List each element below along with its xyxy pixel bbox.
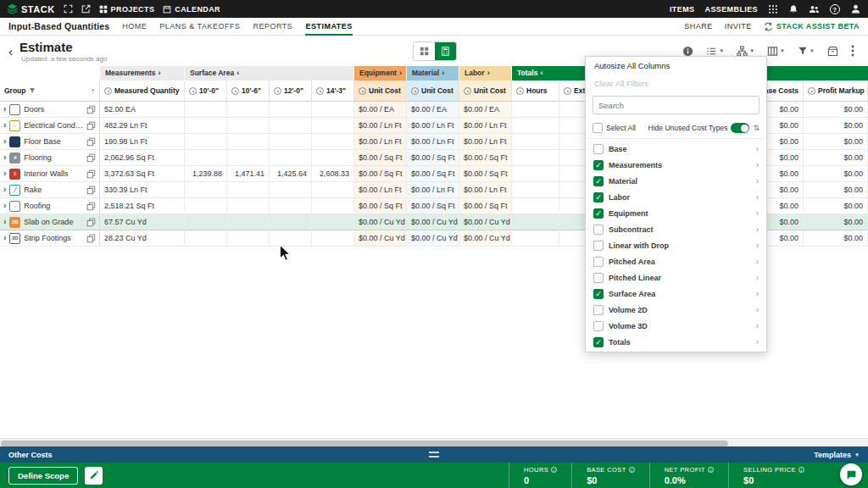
profit-markup-cell[interactable]: $0.00 xyxy=(804,102,868,118)
surface-area-cell[interactable] xyxy=(185,150,227,166)
expand-row-icon[interactable]: › xyxy=(3,202,6,210)
expand-row-icon[interactable]: › xyxy=(3,105,6,114)
group-cell[interactable]: ›≡Interior Walls xyxy=(0,166,100,182)
edit-pencil-button[interactable] xyxy=(85,467,103,485)
archive-box-button[interactable] xyxy=(827,46,838,57)
column-header-material-unit-cost[interactable]: Unit Cost xyxy=(407,80,459,102)
material-unit-cost-cell[interactable]: $0.00 / Ln Ft xyxy=(407,182,459,198)
hours-cell[interactable] xyxy=(512,230,559,247)
resize-handle-icon[interactable] xyxy=(429,452,439,458)
select-all-checkbox[interactable] xyxy=(593,123,603,133)
material-unit-cost-cell[interactable]: $0.00 / Cu Yd xyxy=(407,214,459,230)
info-icon[interactable]: i xyxy=(708,467,714,473)
columns-menu-item[interactable]: ✓Equipment› xyxy=(586,205,766,221)
expand-row-icon[interactable]: › xyxy=(3,137,6,146)
estimate-view-button[interactable] xyxy=(435,42,456,60)
surface-area-cell[interactable]: 1,239.88 xyxy=(185,166,227,182)
labor-unit-cost-cell[interactable]: $0.00 / Sq Ft xyxy=(459,150,512,166)
profit-markup-cell[interactable]: $0.00 xyxy=(804,198,868,214)
profit-markup-cell[interactable]: $0.00 xyxy=(804,166,868,182)
info-icon[interactable]: i xyxy=(798,467,804,473)
nav-assemblies[interactable]: ASSEMBLIES xyxy=(704,5,758,14)
more-menu-button[interactable] xyxy=(851,45,854,57)
labor-unit-cost-cell[interactable]: $0.00 / Sq Ft xyxy=(459,166,512,182)
checkbox[interactable] xyxy=(593,305,604,315)
column-header-hours[interactable]: Hours xyxy=(512,80,559,102)
group-by-dropdown-button[interactable]: ▼ xyxy=(737,46,754,57)
surface-area-cell[interactable] xyxy=(312,134,354,150)
column-header-height-10-6[interactable]: 10'-6" xyxy=(227,80,270,102)
measured-quantity-cell[interactable]: 330.39 Ln Ft xyxy=(100,182,185,198)
labor-unit-cost-cell[interactable]: $0.00 / Ln Ft xyxy=(459,134,512,150)
measured-quantity-cell[interactable]: 52.00 EA xyxy=(100,102,185,118)
column-header-equipment-unit-cost[interactable]: Unit Cost xyxy=(354,80,407,102)
surface-area-cell[interactable] xyxy=(185,230,227,247)
checkbox[interactable]: ✓ xyxy=(593,337,604,347)
profit-markup-cell[interactable]: $0.00 xyxy=(804,182,868,198)
define-scope-button[interactable]: Define Scope xyxy=(8,467,78,485)
hours-cell[interactable] xyxy=(512,150,559,166)
columns-menu-item[interactable]: Linear with Drop› xyxy=(586,237,766,253)
fullscreen-icon[interactable] xyxy=(64,4,73,14)
other-costs-bar[interactable]: Other Costs Templates▼ xyxy=(0,446,868,463)
stack-logo[interactable]: STACK xyxy=(7,3,55,14)
invite-button[interactable]: INVITE xyxy=(725,22,752,30)
surface-area-cell[interactable] xyxy=(270,134,312,150)
scrollbar-thumb[interactable] xyxy=(1,441,728,446)
takeoff-pages-icon[interactable] xyxy=(86,105,96,114)
column-header-labor-unit-cost[interactable]: Unit Cost xyxy=(459,80,512,102)
surface-area-cell[interactable] xyxy=(312,214,354,230)
profit-markup-cell[interactable]: $0.00 xyxy=(804,214,868,230)
group-cell[interactable]: ›╱Rake xyxy=(0,182,100,198)
grid-view-button[interactable] xyxy=(414,42,435,60)
checkbox[interactable] xyxy=(593,321,604,331)
material-unit-cost-cell[interactable]: $0.00 / Sq Ft xyxy=(407,198,459,214)
hours-cell[interactable] xyxy=(512,118,559,134)
checkbox[interactable] xyxy=(593,225,604,235)
info-icon[interactable]: i xyxy=(629,467,635,473)
profit-markup-cell[interactable]: $0.00 xyxy=(804,134,868,150)
group-cell[interactable]: ›#Flooring xyxy=(0,150,100,166)
info-icon[interactable] xyxy=(682,46,693,57)
surface-area-cell[interactable] xyxy=(185,102,227,118)
hours-cell[interactable] xyxy=(512,102,559,118)
group-cell[interactable]: ›Floor Base xyxy=(0,134,100,150)
tab-home[interactable]: HOME xyxy=(122,18,147,36)
share-button[interactable]: SHARE xyxy=(684,22,713,30)
takeoff-pages-icon[interactable] xyxy=(86,234,96,243)
help-icon[interactable]: ? xyxy=(830,4,840,14)
material-unit-cost-cell[interactable]: $0.00 / Cu Yd xyxy=(407,230,459,247)
measured-quantity-cell[interactable]: 28.23 Cu Yd xyxy=(100,230,185,247)
group-cell[interactable]: ›2DSlab on Grade xyxy=(0,214,100,230)
surface-area-cell[interactable] xyxy=(227,230,270,247)
group-cell[interactable]: ›3DStrip Footings xyxy=(0,230,100,247)
surface-area-cell[interactable] xyxy=(312,150,354,166)
columns-menu-item[interactable]: ✓Surface Area› xyxy=(586,286,766,302)
collapse-chevron-icon[interactable]: ‹ xyxy=(236,66,239,80)
equipment-unit-cost-cell[interactable]: $0.00 / Sq Ft xyxy=(354,198,407,214)
expand-row-icon[interactable]: › xyxy=(3,218,6,226)
labor-unit-cost-cell[interactable]: $0.00 / Ln Ft xyxy=(459,182,512,198)
columns-menu-item[interactable]: Pitched Area› xyxy=(586,253,766,269)
surface-area-cell[interactable]: 1,471.41 xyxy=(227,166,270,182)
surface-area-cell[interactable] xyxy=(227,118,270,134)
labor-unit-cost-cell[interactable]: $0.00 / Sq Ft xyxy=(459,198,512,214)
surface-area-cell[interactable] xyxy=(227,150,270,166)
column-header-group[interactable]: Group ↑ xyxy=(0,80,100,102)
checkbox[interactable] xyxy=(593,257,604,267)
takeoff-pages-icon[interactable] xyxy=(86,169,96,179)
nav-items[interactable]: ITEMS xyxy=(670,5,695,14)
measured-quantity-cell[interactable]: 2,518.21 Sq Ft xyxy=(100,198,185,214)
hours-cell[interactable] xyxy=(512,214,559,230)
notifications-bell-icon[interactable] xyxy=(788,4,798,14)
team-users-icon[interactable] xyxy=(809,4,820,14)
takeoff-pages-icon[interactable] xyxy=(86,121,96,130)
chat-support-button[interactable] xyxy=(840,463,862,485)
group-header-measurements[interactable]: Measurements› xyxy=(100,66,185,80)
surface-area-cell[interactable] xyxy=(270,182,312,198)
labor-unit-cost-cell[interactable]: $0.00 / Ln Ft xyxy=(459,118,512,134)
collapse-chevron-icon[interactable]: › xyxy=(487,66,490,80)
equipment-unit-cost-cell[interactable]: $0.00 / Cu Yd xyxy=(354,214,407,230)
columns-menu-item[interactable]: ✓Measurements› xyxy=(586,157,766,173)
checkbox[interactable]: ✓ xyxy=(593,208,604,219)
